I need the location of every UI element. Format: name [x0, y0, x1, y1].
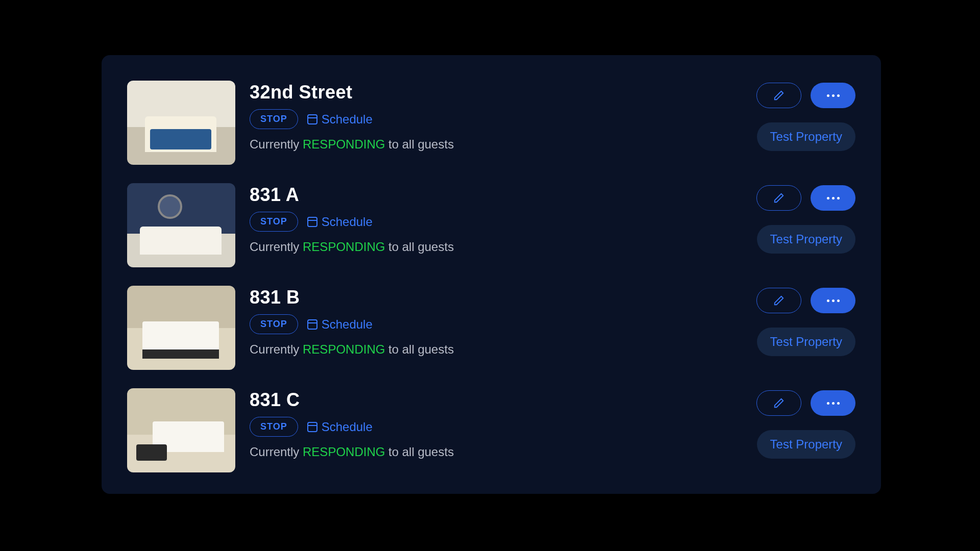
pencil-icon: [773, 295, 785, 306]
edit-button[interactable]: [756, 83, 801, 108]
schedule-link[interactable]: Schedule: [307, 317, 373, 332]
property-controls: STOP Schedule: [250, 212, 742, 232]
test-property-button[interactable]: Test Property: [757, 328, 855, 356]
schedule-label: Schedule: [322, 317, 373, 332]
property-actions: Test Property: [756, 183, 855, 254]
status-line: Currently RESPONDING to all guests: [250, 445, 742, 459]
property-info: 831 C STOP Schedule Currently RESPONDING…: [250, 388, 742, 459]
icon-button-row: [756, 83, 855, 108]
calendar-icon: [307, 422, 317, 432]
calendar-icon: [307, 114, 317, 124]
more-button[interactable]: [811, 83, 855, 108]
property-controls: STOP Schedule: [250, 109, 742, 129]
schedule-link[interactable]: Schedule: [307, 112, 373, 127]
test-property-button[interactable]: Test Property: [757, 225, 855, 254]
status-suffix: to all guests: [385, 240, 454, 254]
property-thumbnail[interactable]: [127, 286, 235, 370]
property-actions: Test Property: [756, 81, 855, 151]
property-controls: STOP Schedule: [250, 314, 742, 334]
stop-button[interactable]: STOP: [250, 314, 298, 334]
status-word: RESPONDING: [303, 137, 385, 151]
status-prefix: Currently: [250, 342, 303, 356]
icon-button-row: [756, 390, 855, 416]
property-title: 831 A: [250, 184, 742, 206]
property-info: 831 B STOP Schedule Currently RESPONDING…: [250, 286, 742, 357]
status-suffix: to all guests: [385, 137, 454, 151]
stop-button[interactable]: STOP: [250, 417, 298, 437]
status-line: Currently RESPONDING to all guests: [250, 240, 742, 254]
status-suffix: to all guests: [385, 342, 454, 356]
ellipsis-icon: [827, 299, 840, 302]
edit-button[interactable]: [756, 185, 801, 211]
calendar-icon: [307, 217, 317, 227]
ellipsis-icon: [827, 197, 840, 199]
icon-button-row: [756, 288, 855, 313]
status-word: RESPONDING: [303, 240, 385, 254]
property-title: 831 C: [250, 389, 742, 411]
stop-button[interactable]: STOP: [250, 212, 298, 232]
property-row: 32nd Street STOP Schedule Currently RESP…: [127, 81, 855, 165]
ellipsis-icon: [827, 94, 840, 97]
property-title: 831 B: [250, 287, 742, 308]
status-word: RESPONDING: [303, 342, 385, 356]
schedule-link[interactable]: Schedule: [307, 215, 373, 229]
test-property-button[interactable]: Test Property: [757, 430, 855, 459]
calendar-icon: [307, 319, 317, 330]
edit-button[interactable]: [756, 390, 801, 416]
property-controls: STOP Schedule: [250, 417, 742, 437]
property-row: 831 C STOP Schedule Currently RESPONDING…: [127, 388, 855, 472]
property-info: 32nd Street STOP Schedule Currently RESP…: [250, 81, 742, 152]
property-title: 32nd Street: [250, 82, 742, 103]
pencil-icon: [773, 397, 785, 409]
schedule-label: Schedule: [322, 420, 373, 434]
more-button[interactable]: [811, 185, 855, 211]
status-word: RESPONDING: [303, 445, 385, 459]
properties-panel: 32nd Street STOP Schedule Currently RESP…: [102, 55, 881, 494]
schedule-link[interactable]: Schedule: [307, 420, 373, 434]
property-actions: Test Property: [756, 286, 855, 356]
property-thumbnail[interactable]: [127, 388, 235, 472]
property-row: 831 B STOP Schedule Currently RESPONDING…: [127, 286, 855, 370]
pencil-icon: [773, 192, 785, 204]
property-thumbnail[interactable]: [127, 81, 235, 165]
property-actions: Test Property: [756, 388, 855, 459]
more-button[interactable]: [811, 288, 855, 313]
stop-button[interactable]: STOP: [250, 109, 298, 129]
status-prefix: Currently: [250, 240, 303, 254]
status-prefix: Currently: [250, 445, 303, 459]
ellipsis-icon: [827, 402, 840, 405]
icon-button-row: [756, 185, 855, 211]
more-button[interactable]: [811, 390, 855, 416]
property-row: 831 A STOP Schedule Currently RESPONDING…: [127, 183, 855, 267]
status-line: Currently RESPONDING to all guests: [250, 342, 742, 357]
status-prefix: Currently: [250, 137, 303, 151]
property-thumbnail[interactable]: [127, 183, 235, 267]
status-line: Currently RESPONDING to all guests: [250, 137, 742, 152]
edit-button[interactable]: [756, 288, 801, 313]
pencil-icon: [773, 90, 785, 101]
property-info: 831 A STOP Schedule Currently RESPONDING…: [250, 183, 742, 254]
test-property-button[interactable]: Test Property: [757, 122, 855, 151]
schedule-label: Schedule: [322, 215, 373, 229]
status-suffix: to all guests: [385, 445, 454, 459]
schedule-label: Schedule: [322, 112, 373, 127]
